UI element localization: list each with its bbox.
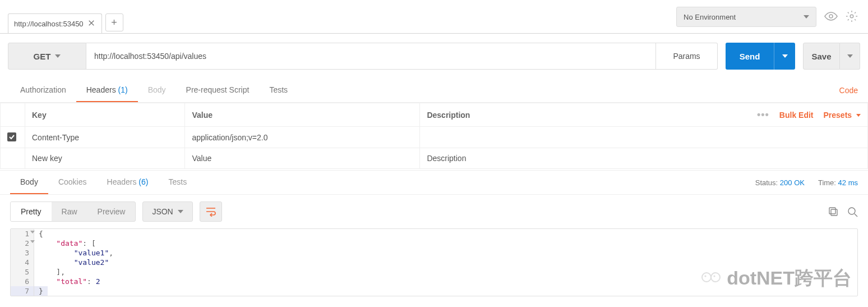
col-description: Description ••• Bulk Edit Presets	[420, 103, 868, 127]
eye-icon[interactable]	[824, 10, 838, 25]
wrap-button[interactable]	[200, 201, 222, 222]
tab-headers[interactable]: Headers (1)	[76, 79, 138, 102]
header-desc-cell[interactable]	[420, 127, 868, 148]
col-checkbox	[1, 103, 25, 127]
caret-down-icon	[856, 114, 861, 117]
resp-tab-headers[interactable]: Headers (6)	[97, 171, 159, 194]
request-tab[interactable]: http://localhost:53450	[8, 13, 102, 33]
tab-tests[interactable]: Tests	[259, 79, 298, 102]
chevron-down-icon	[55, 54, 61, 58]
json-line: 7}	[11, 286, 857, 296]
save-dropdown[interactable]	[840, 43, 860, 70]
copy-icon[interactable]	[828, 206, 839, 217]
params-button[interactable]: Params	[656, 43, 718, 70]
close-icon[interactable]	[88, 20, 96, 28]
content-type-select[interactable]: JSON	[142, 201, 192, 222]
status-block: Status: 200 OK	[755, 178, 805, 187]
svg-point-1	[850, 15, 853, 18]
resp-tab-body[interactable]: Body	[10, 171, 48, 194]
time-value: 42 ms	[838, 178, 858, 187]
time-label: Time:	[818, 178, 836, 187]
new-key-input[interactable]: New key	[25, 148, 185, 169]
new-tab-button[interactable]: +	[105, 13, 123, 31]
fold-icon[interactable]	[30, 231, 35, 233]
json-line: 3 "value1",	[11, 248, 857, 258]
chevron-down-icon	[178, 210, 183, 213]
tab-headers-label: Headers	[86, 85, 116, 94]
bulk-edit-link[interactable]: Bulk Edit	[779, 111, 814, 120]
json-line: 6 "total": 2	[11, 277, 857, 286]
svg-point-4	[848, 208, 855, 214]
col-key: Key	[25, 103, 185, 127]
url-input[interactable]	[86, 43, 656, 70]
json-line: 5 ],	[11, 267, 857, 277]
method-select[interactable]: GET	[8, 43, 86, 70]
plus-icon: +	[111, 17, 117, 28]
search-icon[interactable]	[847, 206, 858, 217]
col-value: Value	[185, 103, 420, 127]
header-value-cell[interactable]: application/json;v=2.0	[185, 127, 420, 148]
json-viewer[interactable]: dotNET跨平台 1{2 "data": [3 "value1",4 "val…	[10, 228, 858, 296]
tab-prerequest[interactable]: Pre-request Script	[176, 79, 260, 102]
request-tab-title: http://localhost:53450	[14, 20, 84, 28]
more-icon[interactable]: •••	[757, 109, 769, 121]
row-checkbox[interactable]	[7, 132, 16, 141]
svg-rect-2	[831, 209, 837, 216]
new-value-input[interactable]: Value	[185, 148, 420, 169]
tab-body[interactable]: Body	[138, 79, 176, 102]
table-row-empty[interactable]: New key Value Description	[1, 148, 868, 169]
headers-table: Key Value Description ••• Bulk Edit Pres…	[0, 103, 868, 169]
svg-point-0	[829, 15, 833, 18]
fmt-raw[interactable]: Raw	[52, 202, 87, 221]
status-value: 200 OK	[780, 178, 805, 187]
format-group: Pretty Raw Preview	[10, 201, 136, 222]
resp-tab-tests[interactable]: Tests	[158, 171, 197, 194]
resp-tab-headers-label: Headers	[107, 177, 137, 186]
chevron-down-icon	[804, 15, 809, 19]
gear-icon[interactable]	[846, 10, 858, 24]
wrap-icon	[205, 207, 216, 217]
json-line: 2 "data": [	[11, 239, 857, 248]
table-row[interactable]: Content-Type application/json;v=2.0	[1, 127, 868, 148]
fmt-preview[interactable]: Preview	[87, 202, 136, 221]
send-dropdown[interactable]	[774, 43, 795, 70]
code-link[interactable]: Code	[839, 86, 858, 95]
time-block: Time: 42 ms	[818, 178, 858, 187]
json-line: 4 "value2"	[11, 258, 857, 267]
content-type-label: JSON	[152, 207, 173, 216]
fmt-pretty[interactable]: Pretty	[11, 202, 52, 221]
new-desc-input[interactable]: Description	[420, 148, 868, 169]
fold-icon[interactable]	[30, 240, 35, 243]
resp-tab-cookies[interactable]: Cookies	[48, 171, 97, 194]
chevron-down-icon	[847, 54, 853, 58]
json-line: 1{	[11, 229, 857, 239]
col-description-label: Description	[427, 111, 470, 120]
environment-select[interactable]: No Environment	[676, 7, 816, 27]
environment-label: No Environment	[684, 13, 736, 21]
resp-tab-headers-count: (6)	[138, 177, 148, 186]
chevron-down-icon	[782, 54, 788, 58]
header-key-cell[interactable]: Content-Type	[25, 127, 185, 148]
save-button[interactable]: Save	[803, 43, 840, 70]
tab-authorization[interactable]: Authorization	[10, 79, 76, 102]
send-button[interactable]: Send	[726, 43, 774, 70]
presets-dropdown[interactable]: Presets	[824, 111, 861, 120]
tab-headers-count: (1)	[118, 85, 128, 94]
method-label: GET	[34, 52, 51, 61]
status-label: Status:	[755, 178, 778, 187]
svg-rect-3	[829, 208, 835, 214]
